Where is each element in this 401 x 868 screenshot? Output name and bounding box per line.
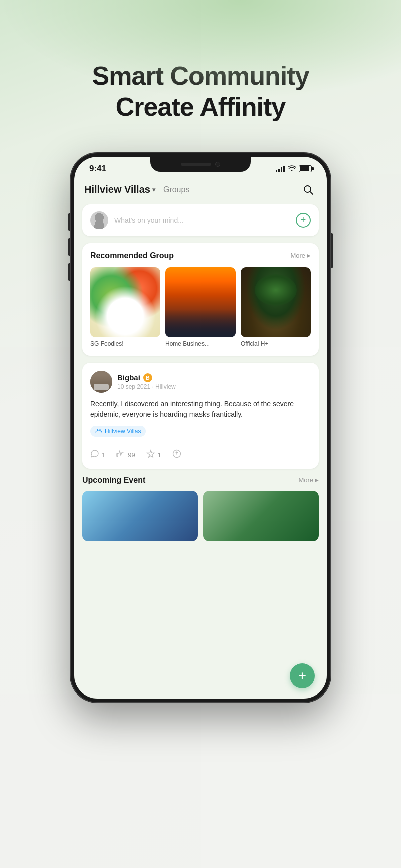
group-name-homebusiness: Home Busines...: [165, 340, 236, 348]
status-icons: [276, 165, 312, 173]
group-name-foodies: SG Foodies!: [90, 340, 160, 348]
add-post-button[interactable]: +: [296, 213, 311, 228]
community-name[interactable]: Hillview Villas ▾: [84, 184, 155, 195]
post-user-info: Bigbai B 10 sep 2021 · Hillview: [117, 373, 176, 390]
post-content: Recently, I discovered an interesting th…: [90, 399, 311, 420]
event-thumb-2[interactable]: [203, 491, 319, 541]
app-header: Hillview Villas ▾ Groups: [74, 177, 327, 204]
phone-screen: 9:41: [74, 157, 327, 699]
phone-notch: [150, 157, 251, 172]
post-meta: 10 sep 2021 · Hillview: [117, 383, 176, 390]
recommended-group-more[interactable]: More ▶: [290, 252, 311, 259]
phone-frame: 9:41: [70, 153, 331, 703]
group-thumb-foodies: [90, 267, 160, 337]
svg-rect-4: [117, 453, 118, 457]
share-button[interactable]: [172, 449, 181, 461]
post-user-row: Bigbai B 10 sep 2021 · Hillview: [90, 371, 311, 393]
post-placeholder: What's on your mind...: [114, 216, 290, 224]
phone-mockup: 9:41: [0, 153, 401, 703]
recommended-group-title: Recommended Group: [90, 251, 174, 260]
group-thumb-officialh: [241, 267, 311, 337]
scroll-content: What's on your mind... + Recommended Gro…: [74, 204, 327, 699]
community-tag[interactable]: Hillview Villas: [90, 426, 146, 437]
status-time: 9:41: [89, 164, 106, 174]
search-button[interactable]: [300, 181, 317, 198]
group-name-officialh: Official H+: [241, 340, 311, 348]
post-author-avatar: [90, 371, 112, 393]
post-username: Bigbai: [117, 373, 140, 382]
comment-icon: [90, 449, 99, 461]
comment-button[interactable]: 1: [90, 449, 105, 461]
recommended-group-card: Recommended Group More ▶ SG: [82, 243, 319, 356]
group-thumb-homebusiness: [165, 267, 236, 337]
front-camera: [215, 162, 220, 167]
post-card: Bigbai B 10 sep 2021 · Hillview Rec: [82, 363, 319, 469]
signal-icon: [276, 165, 285, 172]
post-input-bar[interactable]: What's on your mind... +: [82, 204, 319, 236]
current-user-avatar: [90, 211, 108, 229]
post-actions: 1 99: [90, 444, 311, 461]
star-button[interactable]: 1: [146, 449, 161, 461]
groups-tab[interactable]: Groups: [163, 185, 189, 194]
event-thumb-1[interactable]: [82, 491, 198, 541]
share-icon: [172, 449, 181, 461]
group-item-homebusiness[interactable]: Home Busines...: [165, 267, 236, 348]
speaker-grill: [181, 163, 211, 166]
like-icon: [116, 449, 125, 461]
wifi-icon: [288, 165, 296, 173]
like-button[interactable]: 99: [116, 449, 135, 461]
feed-area: What's on your mind... + Recommended Gro…: [74, 204, 327, 541]
group-grid: SG Foodies! Home Busines...: [90, 267, 311, 348]
fab-add-button[interactable]: +: [290, 663, 315, 688]
user-badge: B: [143, 373, 152, 382]
hero-title: Smart Community Create Affinity: [0, 60, 401, 123]
event-thumbnails: [82, 491, 319, 541]
chevron-down-icon: ▾: [152, 186, 155, 193]
upcoming-event-title: Upcoming Event: [82, 476, 145, 485]
svg-line-1: [310, 191, 313, 194]
star-icon: [146, 449, 155, 461]
hero-section: Smart Community Create Affinity: [0, 0, 401, 153]
group-item-foodies[interactable]: SG Foodies!: [90, 267, 160, 348]
upcoming-event-header: Upcoming Event More ▶: [82, 476, 319, 485]
battery-icon: [299, 165, 312, 172]
group-item-officialh[interactable]: Official H+: [241, 267, 311, 348]
recommended-group-header: Recommended Group More ▶: [90, 251, 311, 260]
upcoming-event-more[interactable]: More ▶: [298, 476, 319, 484]
